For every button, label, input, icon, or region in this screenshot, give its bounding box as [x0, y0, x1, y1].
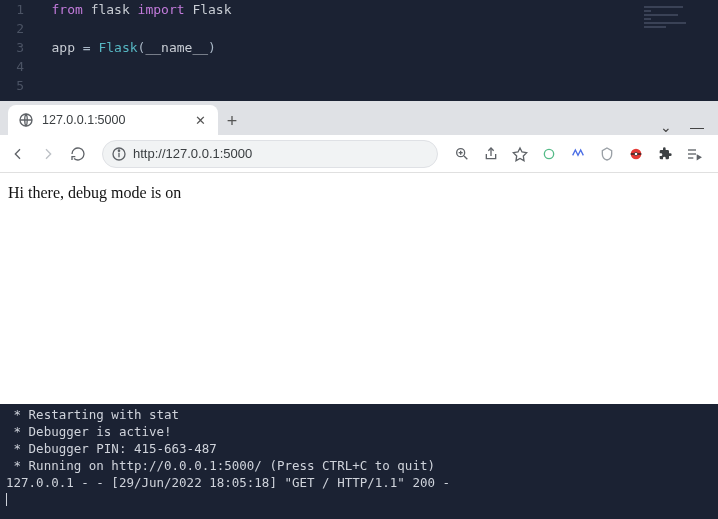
- extension-icon[interactable]: [628, 146, 644, 162]
- line-number: 4: [4, 57, 28, 76]
- terminal-prompt[interactable]: [6, 491, 712, 508]
- code-editor[interactable]: 1 from flask import Flask2 3 app = Flask…: [0, 0, 718, 101]
- chevron-down-icon[interactable]: ⌄: [660, 119, 672, 135]
- svg-point-3: [118, 150, 119, 151]
- editor-line[interactable]: 5: [4, 76, 718, 95]
- line-number: 1: [4, 0, 28, 19]
- browser-chrome: 127.0.0.1:5000 ✕ + ⌄ — http://127.0.0.1:…: [0, 101, 718, 173]
- svg-point-9: [544, 149, 553, 158]
- line-number: 3: [4, 38, 28, 57]
- page-content: Hi there, debug mode is on: [0, 173, 718, 404]
- code-text: [28, 19, 51, 38]
- cursor-icon: [6, 493, 7, 506]
- editor-line[interactable]: 4: [4, 57, 718, 76]
- terminal-line: * Restarting with stat: [6, 406, 712, 423]
- line-number: 2: [4, 19, 28, 38]
- svg-marker-8: [513, 148, 526, 161]
- svg-point-12: [634, 152, 637, 155]
- terminal-line: * Debugger PIN: 415-663-487: [6, 440, 712, 457]
- playlist-icon[interactable]: [686, 146, 702, 162]
- close-tab-icon[interactable]: ✕: [193, 113, 208, 128]
- tab-title: 127.0.0.1:5000: [42, 113, 193, 127]
- terminal-line: 127.0.0.1 - - [29/Jun/2022 18:05:18] "GE…: [6, 474, 712, 491]
- editor-line[interactable]: 3 app = Flask(__name__): [4, 38, 718, 57]
- extensions-puzzle-icon[interactable]: [657, 146, 673, 162]
- extension-icon[interactable]: [599, 146, 615, 162]
- url-text: http://127.0.0.1:5000: [133, 146, 252, 161]
- toolbar-icons: [444, 146, 712, 162]
- browser-toolbar: http://127.0.0.1:5000: [0, 135, 718, 173]
- bookmark-star-icon[interactable]: [512, 146, 528, 162]
- share-icon[interactable]: [483, 146, 499, 162]
- zoom-icon[interactable]: [454, 146, 470, 162]
- globe-icon: [18, 112, 34, 128]
- browser-tab[interactable]: 127.0.0.1:5000 ✕: [8, 105, 218, 135]
- extension-icon[interactable]: [541, 146, 557, 162]
- forward-button: [36, 142, 60, 166]
- address-bar[interactable]: http://127.0.0.1:5000: [102, 140, 438, 168]
- code-text: [28, 76, 51, 95]
- window-controls: ⌄ —: [660, 119, 718, 135]
- minimize-icon[interactable]: —: [690, 119, 704, 135]
- terminal-pane[interactable]: * Restarting with stat * Debugger is act…: [0, 404, 718, 519]
- code-text: from flask import Flask: [28, 0, 232, 19]
- editor-line[interactable]: 1 from flask import Flask: [4, 0, 718, 19]
- site-info-icon[interactable]: [111, 146, 127, 162]
- code-text: [28, 57, 51, 76]
- line-number: 5: [4, 76, 28, 95]
- new-tab-button[interactable]: +: [218, 107, 246, 135]
- back-button[interactable]: [6, 142, 30, 166]
- reload-button[interactable]: [66, 142, 90, 166]
- editor-line[interactable]: 2: [4, 19, 718, 38]
- terminal-line: * Running on http://0.0.0.1:5000/ (Press…: [6, 457, 712, 474]
- extension-icon[interactable]: [570, 146, 586, 162]
- page-text: Hi there, debug mode is on: [8, 184, 181, 201]
- terminal-line: * Debugger is active!: [6, 423, 712, 440]
- svg-marker-16: [697, 155, 700, 159]
- editor-minimap[interactable]: [644, 4, 714, 64]
- svg-line-5: [464, 156, 467, 159]
- browser-tabstrip: 127.0.0.1:5000 ✕ + ⌄ —: [0, 101, 718, 135]
- code-text: app = Flask(__name__): [28, 38, 216, 57]
